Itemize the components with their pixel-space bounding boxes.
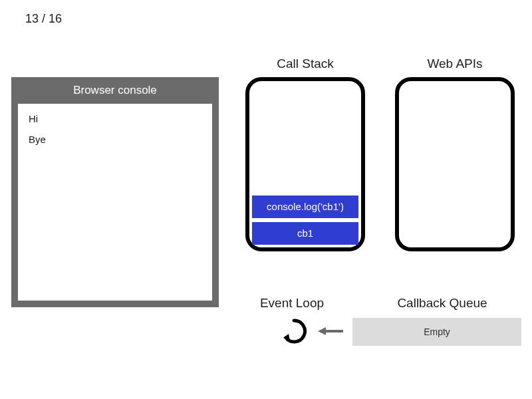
- webapis-heading: Web APIs: [395, 57, 515, 71]
- eventloop-heading: Event Loop: [245, 296, 338, 311]
- arrow-left-icon: [318, 326, 344, 336]
- browser-console-title: Browser console: [11, 77, 219, 104]
- console-line: Hi: [29, 113, 201, 124]
- callstack-heading: Call Stack: [245, 57, 365, 71]
- callback-queue-heading: Callback Queue: [372, 296, 512, 311]
- stack-frame: console.log('cb1'): [252, 196, 358, 218]
- callstack-frames: console.log('cb1') cb1: [252, 196, 358, 245]
- callback-queue-box: Empty: [352, 318, 521, 346]
- webapis-box: [395, 77, 515, 251]
- step-indicator: 13 / 16: [25, 12, 62, 26]
- callstack-box: console.log('cb1') cb1: [245, 77, 365, 251]
- event-loop-icon: [281, 318, 307, 344]
- browser-console: Browser console Hi Bye: [11, 77, 219, 307]
- browser-console-body: Hi Bye: [18, 104, 212, 301]
- stack-frame: cb1: [252, 222, 358, 245]
- console-line: Bye: [29, 134, 201, 145]
